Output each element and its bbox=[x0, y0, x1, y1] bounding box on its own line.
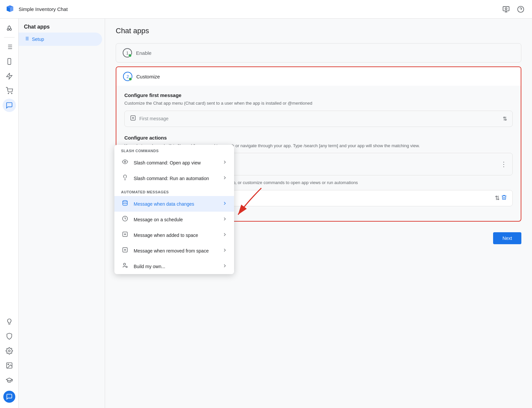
dropdown-item-run-automation[interactable]: Slash command: Run an automation bbox=[114, 170, 234, 186]
dropdown-build-own-arrow bbox=[222, 263, 227, 270]
svg-rect-3 bbox=[503, 6, 509, 11]
dropdown-added-to-space-arrow bbox=[222, 232, 227, 239]
sort-icon[interactable]: ⇅ bbox=[495, 194, 500, 202]
eye-icon bbox=[121, 159, 129, 166]
rail-icon-graduation[interactable] bbox=[3, 373, 16, 387]
first-message-placeholder: First message bbox=[139, 116, 499, 121]
sidebar-title: Chat apps bbox=[19, 19, 105, 33]
action-dropdown-menu[interactable]: SLASH COMMANDS Slash command: Open app v… bbox=[114, 145, 234, 274]
rail-icon-shield[interactable] bbox=[3, 330, 16, 343]
svg-point-19 bbox=[8, 93, 9, 94]
first-message-input[interactable]: First message ⇅ bbox=[124, 111, 513, 127]
configure-first-message-section: Configure first message Customize the Ch… bbox=[124, 92, 513, 127]
app-title: Simple Inventory Chat bbox=[19, 6, 496, 12]
svg-point-4 bbox=[505, 8, 507, 10]
sidebar-item-setup[interactable]: Setup bbox=[19, 33, 102, 46]
rail-icon-mobile[interactable] bbox=[3, 55, 16, 68]
rail-icon-list[interactable] bbox=[3, 40, 16, 53]
dropdown-data-changes-label: Message when data changes bbox=[134, 201, 217, 207]
dropdown-data-changes-arrow bbox=[222, 201, 227, 207]
dropdown-item-schedule[interactable]: Message on a schedule bbox=[114, 212, 234, 227]
rail-icon-bolt[interactable] bbox=[3, 69, 16, 83]
added-to-space-icon bbox=[121, 231, 129, 239]
app-logo bbox=[5, 5, 15, 14]
dropdown-removed-from-space-arrow bbox=[222, 248, 227, 254]
step2-label: Customize bbox=[136, 74, 160, 79]
chevron-updown-icon: ⇅ bbox=[503, 116, 507, 122]
dropdown-open-app-view-label: Slash command: Open app view bbox=[134, 160, 217, 165]
run-automation-icon bbox=[121, 174, 129, 182]
topbar-icons bbox=[500, 3, 527, 15]
dropdown-added-to-space-label: Message when added to space bbox=[134, 233, 217, 238]
dropdown-build-own-label: Build my own... bbox=[134, 264, 217, 269]
setup-icon bbox=[24, 36, 29, 43]
svg-point-9 bbox=[7, 29, 9, 31]
dropdown-schedule-label: Message on a schedule bbox=[134, 217, 217, 222]
svg-point-50 bbox=[124, 263, 126, 265]
schedule-icon bbox=[121, 216, 129, 223]
rail-icon-gear[interactable] bbox=[3, 344, 16, 357]
floating-chat-button[interactable] bbox=[3, 391, 15, 403]
svg-point-39 bbox=[124, 161, 126, 163]
automated-messages-section-label: AUTOMATED MESSAGES bbox=[114, 186, 234, 196]
svg-point-23 bbox=[8, 364, 9, 365]
topbar: Simple Inventory Chat bbox=[0, 0, 532, 19]
action-row-controls: ⇅ bbox=[495, 194, 507, 202]
step1-label: Enable bbox=[136, 50, 152, 56]
rail-icon-image[interactable] bbox=[3, 359, 16, 372]
svg-point-42 bbox=[123, 201, 127, 202]
rail-icon-cherry[interactable] bbox=[3, 21, 16, 35]
rail-divider bbox=[4, 37, 15, 38]
rail-icon-lightbulb[interactable] bbox=[3, 315, 16, 328]
delete-icon[interactable] bbox=[501, 194, 507, 202]
removed-from-space-icon bbox=[121, 247, 129, 255]
configure-actions-title: Configure actions bbox=[124, 135, 513, 141]
icon-rail bbox=[0, 19, 19, 408]
build-own-icon bbox=[121, 262, 129, 270]
dropdown-schedule-arrow bbox=[222, 216, 227, 223]
rail-icon-chat[interactable] bbox=[3, 99, 16, 112]
step1-badge: 1 bbox=[123, 48, 132, 57]
sidebar-item-setup-label: Setup bbox=[32, 37, 44, 42]
svg-point-21 bbox=[8, 350, 10, 352]
dropdown-item-open-app-view[interactable]: Slash command: Open app view bbox=[114, 155, 234, 170]
step-customize-header[interactable]: 2 Customize bbox=[116, 67, 521, 86]
plus-square-icon bbox=[130, 115, 136, 123]
slash-commands-section-label: SLASH COMMANDS bbox=[114, 145, 234, 155]
next-button[interactable]: Next bbox=[493, 232, 521, 244]
rail-icon-cart[interactable] bbox=[3, 84, 16, 97]
dropdown-removed-from-space-label: Message when removed from space bbox=[134, 248, 217, 254]
dropdown-item-added-to-space[interactable]: Message when added to space bbox=[114, 227, 234, 243]
more-menu-icon[interactable]: ⋮ bbox=[500, 160, 507, 168]
page-title: Chat apps bbox=[116, 27, 521, 35]
dropdown-item-removed-from-space[interactable]: Message when removed from space bbox=[114, 243, 234, 258]
step2-dot bbox=[129, 77, 132, 81]
dropdown-item-build-own[interactable]: Build my own... bbox=[114, 258, 234, 274]
sidebar: Chat apps Setup bbox=[19, 19, 105, 408]
help-icon[interactable] bbox=[515, 3, 527, 15]
step-enable-tab[interactable]: 1 Enable bbox=[116, 43, 521, 62]
step2-badge: 2 bbox=[123, 72, 132, 81]
dropdown-open-app-view-arrow bbox=[222, 159, 227, 166]
dropdown-run-automation-arrow bbox=[222, 175, 227, 182]
step1-dot bbox=[128, 54, 132, 57]
svg-rect-17 bbox=[8, 58, 11, 64]
dropdown-run-automation-label: Slash command: Run an automation bbox=[134, 176, 217, 181]
data-changes-icon bbox=[121, 200, 129, 208]
svg-point-20 bbox=[11, 93, 12, 94]
dropdown-item-data-changes[interactable]: Message when data changes bbox=[114, 196, 234, 212]
configure-first-message-desc: Customize the Chat app menu (Chat card) … bbox=[124, 100, 513, 107]
settings-icon[interactable] bbox=[500, 3, 512, 15]
svg-point-10 bbox=[9, 29, 11, 31]
configure-first-message-title: Configure first message bbox=[124, 92, 513, 98]
